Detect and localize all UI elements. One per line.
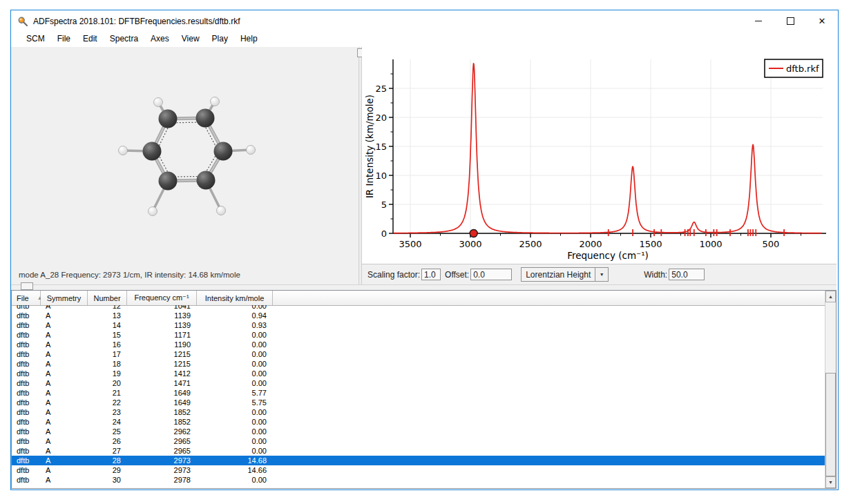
cell-frequency: 1139 [127, 311, 197, 320]
table-row[interactable]: dftbA1712150.00 [12, 349, 825, 359]
selected-mode-marker[interactable] [470, 230, 477, 238]
cell-frequency: 1190 [127, 340, 197, 349]
lineshape-dropdown-value: Lorentzian Height [522, 270, 595, 280]
column-header-symmetry[interactable]: Symmetry [41, 291, 88, 305]
hydrogen-atom[interactable] [247, 146, 256, 155]
cell-number: 27 [88, 447, 127, 455]
modes-table: File▲SymmetryNumberFrequency cm⁻¹Intensi… [11, 290, 836, 489]
cell-file: dftb [12, 408, 41, 416]
lineshape-dropdown[interactable]: Lorentzian Height ▼ [521, 267, 609, 282]
table-row[interactable]: dftbA2318520.00 [12, 407, 825, 417]
menu-item-scm[interactable]: SCM [20, 32, 51, 46]
column-header-frequency[interactable]: Frequency cm⁻¹ [127, 291, 197, 305]
table-row[interactable]: dftbA2418520.00 [12, 417, 825, 427]
offset-input[interactable] [470, 269, 512, 280]
maximize-button[interactable] [774, 10, 806, 32]
cell-number: 22 [88, 398, 127, 407]
menu-item-spectra[interactable]: Spectra [104, 32, 144, 46]
menu-bar: SCMFileEditSpectraAxesViewPlayHelp [11, 32, 838, 47]
carbon-atom[interactable] [159, 172, 178, 191]
cell-frequency: 1649 [127, 398, 197, 407]
plot-background [362, 47, 836, 264]
title-bar[interactable]: ADFspectra 2018.101: DFTBFrequencies.res… [11, 10, 838, 32]
table-body: dftbA1210410.00dftbA1311390.94dftbA14113… [12, 305, 825, 488]
horizontal-splitter[interactable] [11, 284, 836, 290]
table-row[interactable]: dftbA2729650.00 [12, 446, 825, 456]
table-row[interactable]: dftbA2629650.00 [12, 436, 825, 446]
scrollbar-thumb[interactable] [825, 373, 836, 476]
table-row[interactable]: dftbA2014710.00 [12, 378, 825, 388]
table-row-selected[interactable]: dftbA28297314.68 [12, 456, 825, 465]
carbon-atom[interactable] [159, 110, 178, 128]
spectrum-plot[interactable]: 3500300025002000150010005000510152025Fre… [362, 47, 836, 264]
y-tick-label: 25 [375, 84, 387, 94]
carbon-atom[interactable] [196, 109, 215, 128]
table-row[interactable]: dftbA2116495.77 [12, 388, 825, 398]
cell-intensity: 14.68 [197, 456, 273, 465]
table-row[interactable]: dftbA3029780.00 [12, 475, 825, 485]
cell-symmetry: A [41, 398, 88, 407]
table-row[interactable]: dftbA2216495.75 [12, 398, 825, 407]
cell-number: 25 [88, 427, 127, 436]
mode-status-text: mode A_28 Frequency: 2973 1/cm, IR inten… [19, 271, 240, 279]
scroll-up-button[interactable]: ▲ [825, 291, 836, 302]
cell-intensity: 0.94 [197, 311, 273, 320]
width-input[interactable] [669, 269, 705, 280]
cell-frequency: 2965 [127, 437, 197, 445]
menu-item-help[interactable]: Help [234, 32, 264, 46]
minimize-icon [755, 21, 762, 21]
molecule-panel[interactable]: mode A_28 Frequency: 2973 1/cm, IR inten… [11, 47, 358, 284]
column-header-file[interactable]: File▲ [12, 291, 41, 305]
minimize-button[interactable] [743, 10, 774, 32]
menu-item-file[interactable]: File [51, 32, 77, 46]
cell-intensity: 5.77 [197, 389, 273, 397]
carbon-atom[interactable] [197, 171, 216, 190]
cell-number: 24 [88, 418, 127, 426]
menu-item-play[interactable]: Play [206, 32, 234, 46]
cell-intensity: 0.00 [197, 350, 273, 358]
table-row[interactable]: dftbA1411390.93 [12, 320, 825, 330]
column-header-intensity[interactable]: Intensity km/mole [197, 291, 273, 305]
table-header-row: File▲SymmetryNumberFrequency cm⁻¹Intensi… [12, 291, 825, 306]
column-header-number[interactable]: Number [88, 291, 127, 305]
cell-file: dftb [12, 305, 41, 310]
table-row[interactable]: dftbA29297314.66 [12, 465, 825, 475]
window-controls: ✕ [743, 10, 838, 32]
x-tick-label: 2000 [579, 239, 602, 249]
table-row[interactable]: dftbA2529620.00 [12, 427, 825, 436]
cell-file: dftb [12, 389, 41, 397]
table-vertical-scrollbar[interactable]: ▲ ▼ [825, 291, 836, 488]
table-row[interactable]: dftbA1812150.00 [12, 359, 825, 369]
cell-symmetry: A [41, 466, 88, 474]
hydrogen-atom[interactable] [119, 146, 128, 155]
cell-file: dftb [12, 398, 41, 407]
hydrogen-atom[interactable] [154, 98, 163, 107]
carbon-atom[interactable] [143, 142, 162, 161]
close-button[interactable]: ✕ [806, 10, 838, 32]
hydrogen-atom[interactable] [217, 206, 226, 215]
table-row[interactable]: dftbA1914120.00 [12, 369, 825, 378]
menu-item-axes[interactable]: Axes [144, 32, 175, 46]
molecule-view[interactable] [11, 47, 358, 284]
cell-frequency: 1649 [127, 389, 197, 397]
table-row[interactable]: dftbA1311390.94 [12, 311, 825, 320]
scaling-factor-label: Scaling factor: [367, 270, 420, 280]
menu-item-edit[interactable]: Edit [77, 32, 104, 46]
close-icon: ✕ [819, 17, 826, 26]
cell-intensity: 0.00 [197, 437, 273, 445]
chevron-down-icon[interactable]: ▼ [595, 268, 608, 281]
cell-intensity: 0.00 [197, 305, 273, 310]
cell-symmetry: A [41, 350, 88, 358]
table-row[interactable]: dftbA1210410.00 [12, 305, 825, 311]
carbon-atom[interactable] [214, 142, 233, 161]
hydrogen-atom[interactable] [211, 97, 220, 106]
horizontal-splitter-grip[interactable] [21, 282, 33, 290]
menu-item-view[interactable]: View [175, 32, 206, 46]
table-row[interactable]: dftbA1511710.00 [12, 330, 825, 340]
cell-file: dftb [12, 321, 41, 329]
table-row[interactable]: dftbA1611900.00 [12, 340, 825, 349]
cell-frequency: 1852 [127, 408, 197, 416]
hydrogen-atom[interactable] [149, 207, 157, 216]
scaling-factor-input[interactable] [421, 269, 441, 280]
scroll-down-button[interactable]: ▼ [825, 476, 836, 488]
